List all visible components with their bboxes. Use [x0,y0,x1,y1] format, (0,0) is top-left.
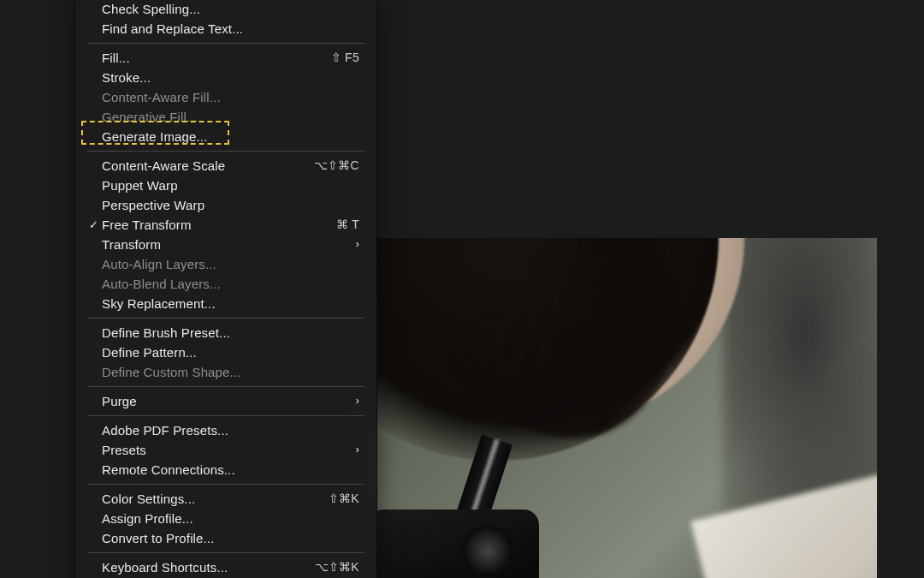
menu-item-label: Purge [102,391,349,411]
menu-item-label: Fill... [102,48,331,68]
menu-item-label: Color Settings... [102,489,329,509]
menu-item-label: Remote Connections... [102,460,359,480]
menu-item-label: Generative Fill... [102,107,359,127]
checkmark-icon: ✓ [86,215,102,235]
menu-item-label: Define Custom Shape... [102,362,359,382]
menu-item-keyboard-shortcuts[interactable]: Keyboard Shortcuts...⌥⇧⌘K [75,557,376,577]
menu-item-label: Check Spelling... [102,0,359,19]
menu-separator [87,151,364,152]
menu-item-label: Define Pattern... [102,343,359,362]
menu-item-label: Auto-Blend Layers... [102,274,359,294]
menu-item-define-brush-preset[interactable]: Define Brush Preset... [75,323,376,343]
menu-shortcut: ⌥⇧⌘C [314,156,359,176]
menu-item-label: Auto-Align Layers... [102,254,359,274]
menu-item-content-aware-fill: Content-Aware Fill... [75,87,376,107]
menu-separator [87,484,364,485]
menu-item-generative-fill: Generative Fill... [75,107,376,127]
menu-item-label: Content-Aware Fill... [102,87,359,107]
menu-item-label: Free Transform [102,215,336,235]
document-image [376,238,877,578]
menu-item-label: Content-Aware Scale [102,156,314,176]
menu-item-label: Stroke... [102,68,359,87]
menu-item-label: Presets [102,440,349,460]
menu-item-label: Define Brush Preset... [102,323,359,343]
menu-shortcut: ⇧ F5 [331,48,359,68]
menu-item-sky-replacement[interactable]: Sky Replacement... [75,294,376,313]
menu-item-remote-connections[interactable]: Remote Connections... [75,460,376,480]
menu-item-purge[interactable]: Purge› [75,391,376,411]
menu-item-find-and-replace-text[interactable]: Find and Replace Text... [75,19,376,39]
menu-item-label: Sky Replacement... [102,294,359,313]
menu-item-label: Assign Profile... [102,509,359,528]
menu-item-presets[interactable]: Presets› [75,440,376,460]
chevron-right-icon: › [349,235,359,254]
chevron-right-icon: › [349,440,359,460]
menu-item-label: Keyboard Shortcuts... [102,557,315,577]
menu-item-label: Convert to Profile... [102,528,359,548]
menu-item-transform[interactable]: Transform› [75,235,376,254]
menu-item-auto-blend-layers: Auto-Blend Layers... [75,274,376,294]
menu-separator [87,552,364,553]
menu-item-label: Transform [102,235,349,254]
menu-item-stroke[interactable]: Stroke... [75,68,376,87]
menu-item-content-aware-scale[interactable]: Content-Aware Scale⌥⇧⌘C [75,156,376,176]
menu-separator [87,386,364,387]
menu-item-puppet-warp[interactable]: Puppet Warp [75,176,376,195]
menu-item-auto-align-layers: Auto-Align Layers... [75,254,376,274]
menu-item-define-custom-shape: Define Custom Shape... [75,362,376,382]
chevron-right-icon: › [349,391,359,411]
app-canvas: Check Spelling...Find and Replace Text..… [0,0,924,578]
menu-item-free-transform[interactable]: ✓Free Transform⌘ T [75,215,376,235]
menu-item-color-settings[interactable]: Color Settings...⇧⌘K [75,489,376,509]
menu-item-adobe-pdf-presets[interactable]: Adobe PDF Presets... [75,420,376,440]
menu-item-generate-image[interactable]: Generate Image... [75,127,376,146]
menu-item-perspective-warp[interactable]: Perspective Warp [75,195,376,215]
menu-item-label: Perspective Warp [102,195,359,215]
menu-item-label: Find and Replace Text... [102,19,359,39]
menu-shortcut: ⌘ T [336,215,359,235]
menu-item-fill[interactable]: Fill...⇧ F5 [75,48,376,68]
menu-shortcut: ⇧⌘K [329,489,359,509]
edit-menu[interactable]: Check Spelling...Find and Replace Text..… [74,0,377,578]
menu-item-convert-to-profile[interactable]: Convert to Profile... [75,528,376,548]
menu-item-label: Puppet Warp [102,176,359,195]
menu-separator [87,318,364,319]
menu-item-label: Adobe PDF Presets... [102,420,359,440]
menu-separator [87,415,364,416]
menu-item-label: Generate Image... [102,127,359,146]
menu-shortcut: ⌥⇧⌘K [315,557,359,577]
menu-item-define-pattern[interactable]: Define Pattern... [75,343,376,362]
menu-separator [87,43,364,44]
menu-item-assign-profile[interactable]: Assign Profile... [75,509,376,528]
menu-item-check-spelling[interactable]: Check Spelling... [75,0,376,19]
